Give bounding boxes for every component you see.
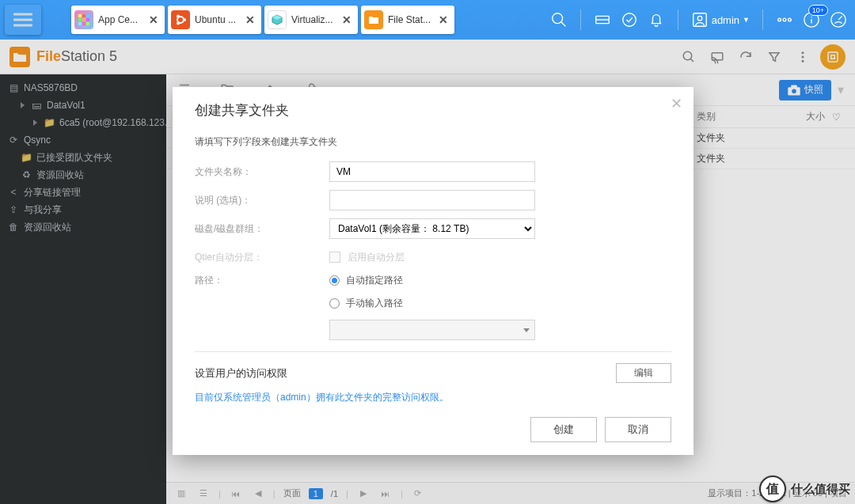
path-combo (329, 320, 535, 340)
tree-sharedwith[interactable]: ⇪ 与我分享 (0, 201, 166, 218)
tree-host[interactable]: ▤ NAS5876BD (0, 79, 166, 97)
qtier-checkbox-label: 启用自动分层 (348, 252, 405, 263)
svg-point-17 (622, 13, 636, 27)
radio-icon (329, 275, 340, 286)
task-label: Ubuntu ... (195, 14, 239, 25)
next-page-icon[interactable]: ▶ (356, 487, 370, 501)
expand-icon[interactable] (21, 102, 25, 108)
share-icon: < (8, 187, 19, 198)
task-label: App Ce... (98, 14, 142, 25)
bell-icon[interactable] (644, 8, 668, 32)
create-shared-folder-dialog: ✕ 创建共享文件夹 请填写下列字段来创建共享文件夹 文件夹名称： 说明 (选填)… (173, 87, 694, 455)
first-page-icon[interactable]: ⏮ (229, 487, 243, 501)
label-path: 路径： (195, 274, 329, 287)
svg-rect-4 (82, 18, 86, 21)
label-folder-name: 文件夹名称： (195, 165, 329, 179)
label-description: 说明 (选填)： (195, 194, 329, 207)
svg-point-33 (792, 89, 796, 93)
permissions-note: 目前仅系统管理员（admin）拥有此文件夹的完整访问权限。 (195, 391, 671, 404)
folder-name-input[interactable] (329, 161, 535, 182)
radio-icon (329, 298, 340, 309)
tree-sharelinks[interactable]: < 分享链接管理 (0, 184, 166, 201)
cast-icon[interactable] (706, 46, 728, 68)
svg-point-21 (783, 18, 786, 21)
tree-volume[interactable]: 🖴 DataVol1 (0, 97, 166, 114)
tree-team[interactable]: 📁 已接受团队文件夹 (0, 149, 166, 166)
svg-point-19 (697, 16, 702, 21)
task-ubuntu[interactable]: Ubuntu ... ✕ (168, 6, 261, 34)
recycle-icon: 🗑 (8, 222, 19, 233)
svg-rect-0 (78, 14, 82, 17)
tree-mount[interactable]: 📁 6ca5 (root@192.168.123.9) (0, 114, 166, 131)
path-auto-radio[interactable]: 自动指定路径 (329, 274, 671, 287)
close-icon[interactable]: ✕ (671, 95, 682, 112)
last-page-icon[interactable]: ⏭ (378, 487, 393, 501)
close-icon[interactable]: ✕ (147, 13, 160, 26)
main-menu-button[interactable] (5, 5, 41, 35)
watermark-icon: 值 (759, 476, 786, 502)
search-icon[interactable] (678, 46, 700, 68)
col-fav[interactable]: ♡ (825, 112, 847, 123)
sync-icon: ⟳ (8, 135, 19, 146)
svg-rect-18 (693, 13, 706, 27)
description-input[interactable] (329, 190, 535, 210)
label-disk: 磁盘/磁盘群组： (195, 222, 329, 236)
path-manual-radio[interactable]: 手动输入路径 (329, 297, 671, 310)
task-appcenter[interactable]: App Ce... ✕ (71, 6, 165, 34)
search-icon[interactable] (547, 8, 571, 32)
tree-qsync[interactable]: ⟳ Qsync (0, 131, 166, 149)
more-icon[interactable] (792, 46, 814, 68)
task-icon[interactable] (618, 8, 641, 32)
page-label: 页面 (283, 487, 301, 499)
close-icon[interactable]: ✕ (340, 13, 353, 26)
filter-icon[interactable] (763, 46, 785, 68)
svg-rect-32 (791, 85, 797, 88)
server-icon: ▤ (8, 82, 19, 93)
qtier-checkbox (329, 252, 340, 263)
expand-icon[interactable] (33, 119, 37, 126)
tree-recycle[interactable]: ♻ 资源回收站 (0, 166, 166, 184)
refresh-icon[interactable] (735, 46, 757, 68)
task-filestation[interactable]: File Stat... ✕ (361, 6, 454, 34)
svg-point-15 (552, 13, 562, 24)
view-icon[interactable]: ▥ (174, 487, 188, 501)
folder-icon (10, 47, 30, 67)
window-titlebar: FileStation 5 (0, 40, 855, 74)
svg-rect-3 (78, 18, 82, 21)
svg-point-10 (183, 18, 186, 21)
page-current[interactable]: 1 (309, 488, 323, 499)
dialog-title: 创建共享文件夹 (195, 101, 671, 119)
create-button[interactable]: 创建 (530, 417, 597, 442)
cancel-button[interactable]: 取消 (605, 417, 671, 442)
close-icon[interactable]: ✕ (244, 13, 256, 26)
snapshot-button[interactable]: 快照 (779, 80, 831, 100)
task-label: Virtualiz... (291, 14, 336, 25)
view-list-icon[interactable]: ☰ (196, 487, 211, 501)
col-type[interactable]: 类别 (690, 110, 777, 123)
edit-permissions-button[interactable]: 编辑 (616, 363, 671, 383)
close-icon[interactable]: ✕ (437, 13, 450, 26)
info-icon[interactable]: 10+ (800, 8, 823, 32)
pagination-bar: ▥ ☰ | ⏮ ◀ | 页面 1 /1 | ▶ ⏭ | ⟳ 显示项目：1-2, … (166, 482, 855, 504)
system-topbar: App Ce... ✕ Ubuntu ... ✕ Virtualiz... ✕ … (0, 0, 855, 40)
share-icon: ⇪ (8, 204, 19, 215)
svg-rect-5 (86, 18, 89, 21)
dialog-lead: 请填写下列字段来创建共享文件夹 (195, 135, 671, 149)
username: admin (712, 14, 739, 26)
svg-point-22 (788, 18, 792, 21)
chevron-down-icon (523, 328, 530, 332)
prev-page-icon[interactable]: ◀ (251, 487, 265, 501)
folder-icon: 📁 (21, 152, 32, 163)
storage-icon[interactable] (591, 8, 614, 32)
svg-rect-8 (86, 22, 89, 25)
user-menu[interactable]: admin ▼ (688, 11, 753, 28)
settings-button[interactable] (820, 44, 846, 70)
dashboard-icon[interactable] (826, 8, 850, 32)
disk-select[interactable]: DataVol1 (剩余容量： 8.12 TB) (329, 218, 535, 239)
refresh-icon[interactable]: ⟳ (411, 487, 425, 501)
more-icon[interactable] (773, 8, 796, 32)
col-size[interactable]: 大小 (777, 110, 825, 123)
tree-recycle2[interactable]: 🗑 资源回收站 (0, 218, 166, 236)
task-virtualization[interactable]: Virtualiz... ✕ (264, 6, 358, 34)
folder-icon: 📁 (44, 117, 55, 128)
